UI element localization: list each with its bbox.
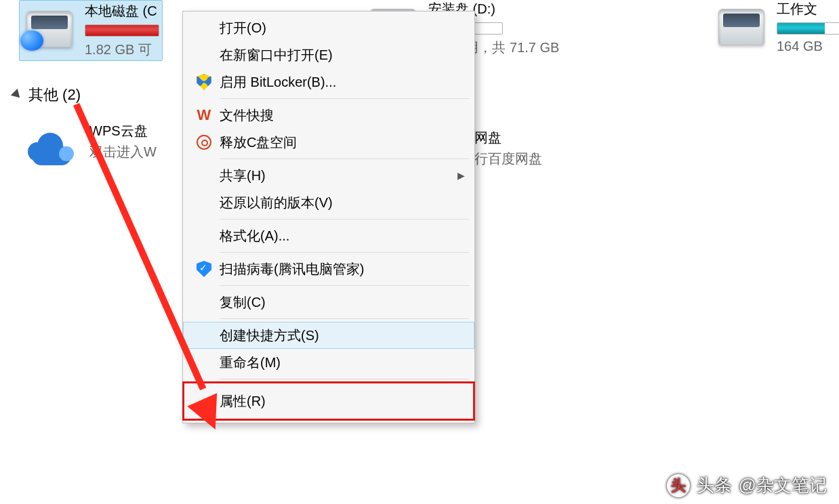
shield-icon bbox=[197, 74, 211, 90]
menu-share[interactable]: 共享(H) ▶ bbox=[183, 162, 474, 189]
context-menu: 打开(O) 在新窗口中打开(E) 启用 BitLocker(B)... W 文件… bbox=[182, 11, 475, 423]
menu-label: 重命名(M) bbox=[220, 354, 465, 372]
menu-label: 属性(R) bbox=[220, 392, 465, 411]
item-text: WPS云盘 双击进入W bbox=[89, 122, 157, 161]
menu-label: 共享(H) bbox=[220, 167, 457, 185]
menu-properties[interactable]: 属性(R) bbox=[183, 382, 474, 420]
item-text: 网盘 行百度网盘 bbox=[474, 129, 542, 168]
menu-create-shortcut[interactable]: 创建快捷方式(S) bbox=[183, 322, 474, 349]
menu-label: 打开(O) bbox=[220, 19, 465, 37]
menu-open-new-window[interactable]: 在新窗口中打开(E) bbox=[183, 41, 474, 68]
drive-work[interactable]: 工作文 164 GB bbox=[714, 0, 839, 54]
menu-copy[interactable]: 复制(C) bbox=[183, 289, 474, 316]
menu-separator bbox=[220, 98, 469, 99]
item-subtitle: 双击进入W bbox=[89, 143, 157, 161]
menu-free-c-space[interactable]: 释放C盘空间 bbox=[183, 129, 474, 156]
menu-file-quick-search[interactable]: W 文件快搜 bbox=[183, 102, 474, 129]
menu-rename[interactable]: 重命名(M) bbox=[183, 349, 474, 376]
toutiao-logo-icon: 头 bbox=[667, 474, 690, 497]
drive-c[interactable]: 本地磁盘 (C 1.82 GB 可 bbox=[19, 0, 163, 61]
expand-triangle-icon bbox=[11, 89, 23, 101]
item-title: 网盘 bbox=[474, 129, 542, 147]
wps-icon: W bbox=[197, 108, 211, 123]
menu-label: 释放C盘空间 bbox=[220, 133, 465, 152]
item-wps-cloud[interactable]: WPS云盘 双击进入W bbox=[24, 122, 157, 176]
tencent-shield-icon bbox=[197, 261, 211, 277]
watermark-prefix: 头条 bbox=[697, 474, 732, 497]
menu-label: 格式化(A)... bbox=[220, 227, 465, 245]
menu-separator bbox=[220, 318, 469, 319]
item-subtitle: 行百度网盘 bbox=[474, 150, 542, 168]
menu-separator bbox=[220, 379, 469, 379]
menu-scan-virus[interactable]: 扫描病毒(腾讯电脑管家) bbox=[183, 255, 474, 282]
hard-disk-icon bbox=[714, 0, 769, 54]
section-title: 其他 (2) bbox=[28, 85, 81, 105]
menu-separator bbox=[220, 219, 469, 219]
watermark-author: @杂文笔记 bbox=[739, 474, 827, 497]
drive-stats: 1.82 GB 可 bbox=[85, 41, 159, 59]
drive-name: 工作文 bbox=[777, 0, 839, 18]
drive-usage-bar bbox=[85, 24, 159, 37]
drive-usage-bar bbox=[777, 22, 839, 35]
menu-label: 启用 BitLocker(B)... bbox=[220, 73, 465, 91]
drive-info: 工作文 164 GB bbox=[777, 0, 839, 54]
item-baidu-netdisk[interactable]: 网盘 行百度网盘 bbox=[474, 129, 542, 168]
menu-open[interactable]: 打开(O) bbox=[183, 14, 474, 41]
menu-label: 创建快捷方式(S) bbox=[220, 327, 465, 345]
drive-stats: 164 GB bbox=[777, 39, 839, 54]
menu-restore-version[interactable]: 还原以前的版本(V) bbox=[183, 189, 474, 216]
disk-clean-icon bbox=[197, 135, 211, 150]
drive-info: 本地磁盘 (C 1.82 GB 可 bbox=[85, 2, 159, 59]
drive-name: 本地磁盘 (C bbox=[85, 2, 159, 20]
item-title: WPS云盘 bbox=[89, 122, 157, 140]
menu-separator bbox=[220, 285, 469, 286]
menu-label: 还原以前的版本(V) bbox=[220, 194, 465, 212]
menu-bitlocker[interactable]: 启用 BitLocker(B)... bbox=[183, 68, 474, 96]
menu-separator bbox=[220, 159, 469, 159]
menu-label: 扫描病毒(腾讯电脑管家) bbox=[220, 260, 465, 278]
menu-label: 复制(C) bbox=[220, 293, 465, 312]
menu-separator bbox=[220, 252, 469, 253]
section-others[interactable]: 其他 (2) bbox=[12, 85, 81, 105]
hard-disk-icon bbox=[22, 2, 77, 56]
menu-label: 在新窗口中打开(E) bbox=[220, 46, 465, 64]
watermark: 头 头条 @杂文笔记 bbox=[667, 474, 827, 497]
wps-cloud-icon bbox=[24, 122, 79, 176]
submenu-arrow-icon: ▶ bbox=[457, 170, 465, 181]
menu-format[interactable]: 格式化(A)... bbox=[183, 222, 474, 249]
menu-label: 文件快搜 bbox=[220, 106, 465, 125]
